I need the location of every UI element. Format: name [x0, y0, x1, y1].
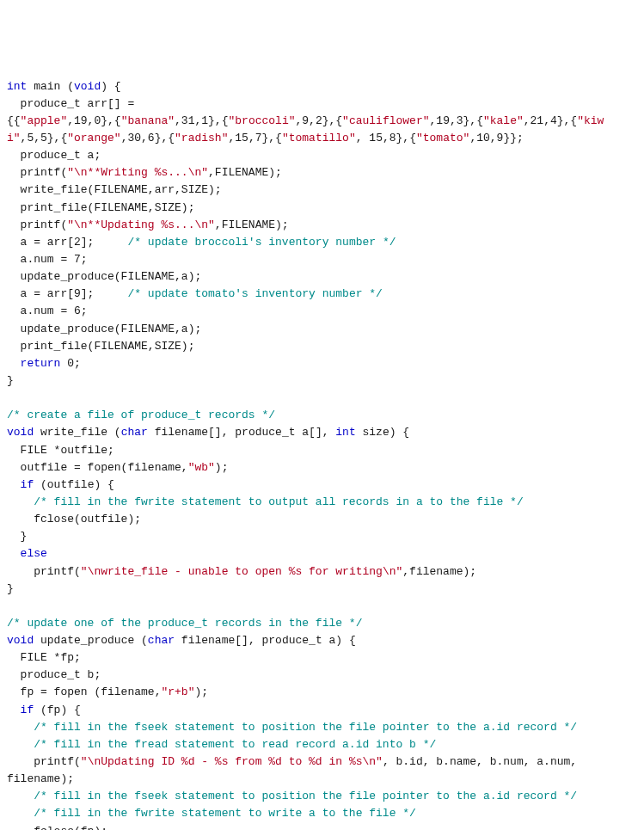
text: a = arr[9]; [7, 287, 127, 300]
string-literal: "kiw [577, 114, 604, 127]
code-line: FILE *fp; [7, 651, 81, 664]
kw-return: return [21, 357, 61, 370]
text: write_file ( [34, 426, 120, 439]
text: printf( [7, 755, 81, 768]
code-line: produce_t b; [7, 668, 101, 681]
string-literal: "radish" [175, 132, 228, 144]
text: a = arr[2]; [7, 236, 127, 249]
string-literal: "tomatillo" [282, 132, 356, 144]
comment: /* update tomato's inventory number */ [127, 287, 382, 300]
kw-else: else [21, 547, 47, 560]
string-literal: "banana" [121, 114, 175, 127]
code-line: write_file(FILENAME,arr,SIZE); [7, 183, 222, 196]
string-literal: "apple" [21, 114, 68, 127]
text: outfile = fopen(filename, [7, 461, 188, 474]
text: ,FILENAME); [215, 218, 289, 231]
text: filename[], produce_t a[], [148, 426, 335, 439]
text: update_produce ( [34, 634, 148, 647]
code-line: print_file(FILENAME,SIZE); [7, 201, 194, 214]
text: ,31,1},{ [175, 114, 228, 127]
text: ,19,0},{ [67, 114, 120, 127]
text: main ( [27, 80, 74, 93]
string-literal: "tomato" [416, 132, 469, 144]
string-literal: "orange" [67, 132, 120, 144]
text: ); [215, 461, 229, 474]
code-line: update_produce(FILENAME,a); [7, 323, 201, 335]
string-literal: "\nUpdating ID %d - %s from %d to %d in … [81, 755, 383, 768]
text: size) { [356, 426, 409, 439]
text [7, 547, 21, 560]
string-literal: "\n**Updating %s...\n" [67, 218, 215, 231]
code-line: } [7, 374, 14, 387]
code-line: produce_t a; [7, 149, 101, 162]
text: ,30,6},{ [121, 132, 175, 144]
kw-void: void [74, 80, 101, 93]
text [7, 478, 21, 491]
text: , 15,8},{ [356, 132, 416, 144]
text: printf( [7, 166, 67, 179]
kw-void: void [7, 634, 34, 647]
text: ,FILENAME); [208, 166, 282, 179]
code-line: print_file(FILENAME,SIZE); [7, 340, 194, 353]
text: {{ [7, 114, 21, 127]
string-literal: "kale" [483, 114, 524, 127]
string-literal: "wb" [188, 461, 215, 474]
text: ,9,2},{ [296, 114, 343, 127]
code-line: produce_t arr[] = [7, 97, 134, 110]
code-line: a.num = 6; [7, 304, 88, 317]
comment: /* create a file of produce_t records */ [7, 409, 275, 421]
text: printf( [7, 218, 67, 231]
string-literal: "\n**Writing %s...\n" [67, 166, 208, 179]
string-literal: "\nwrite_file - unable to open %s for wr… [81, 565, 402, 578]
code-line: FILE *outfile; [7, 444, 114, 457]
string-literal: "cauliflower" [342, 114, 429, 127]
text: ,10,9}}; [469, 132, 523, 144]
code-line: } [7, 582, 14, 595]
text [7, 704, 21, 716]
kw-if: if [21, 478, 34, 491]
kw-int: int [335, 426, 355, 439]
comment: /* fill in the fwrite statement to write… [7, 807, 416, 820]
text: ) { [101, 80, 120, 93]
text: (outfile) { [34, 478, 114, 491]
comment: /* fill in the fseek statement to positi… [7, 721, 577, 734]
code-line: filename); [7, 772, 74, 785]
code-line: fclose(outfile); [7, 513, 141, 526]
text: filename[], produce_t a) { [175, 634, 356, 647]
text: ,15,7},{ [228, 132, 281, 144]
text: ); [194, 686, 208, 698]
kw-char: char [121, 426, 148, 439]
kw-int: int [7, 80, 27, 93]
code-line: } [7, 530, 27, 543]
text: 0; [60, 357, 80, 370]
comment: /* update broccoli's inventory number */ [127, 236, 396, 249]
comment: /* update one of the produce_t records i… [7, 617, 362, 630]
text: ,filename); [402, 565, 476, 578]
text: ,21,4},{ [524, 114, 577, 127]
comment: /* fill in the fwrite statement to outpu… [7, 495, 524, 508]
code-line: update_produce(FILENAME,a); [7, 270, 201, 283]
kw-if: if [21, 704, 34, 716]
string-literal: "r+b" [161, 686, 194, 698]
text: (fp) { [34, 704, 81, 716]
comment: /* fill in the fread statement to read r… [7, 738, 436, 751]
text: ,19,3},{ [430, 114, 483, 127]
string-literal: "broccoli" [228, 114, 295, 127]
text: printf( [7, 565, 81, 578]
kw-char: char [148, 634, 175, 647]
kw-void: void [7, 426, 34, 439]
code-line: a.num = 7; [7, 253, 88, 266]
text: , b.id, b.name, b.num, a.num, [383, 755, 577, 768]
text: fp = fopen (filename, [7, 686, 161, 698]
text [7, 357, 21, 370]
comment: /* fill in the fseek statement to positi… [7, 790, 577, 802]
text: ,5,5},{ [21, 132, 68, 144]
code-block: int main (void) { produce_t arr[] = {{"a… [7, 78, 637, 830]
code-line: fclose(fp); [7, 825, 107, 830]
string-literal: i" [7, 132, 21, 144]
